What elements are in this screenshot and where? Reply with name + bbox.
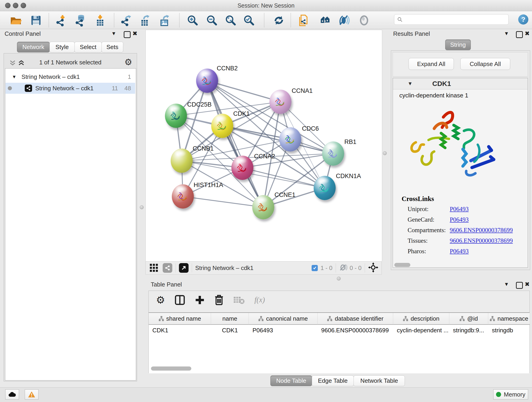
export-network-icon[interactable] [120, 14, 133, 27]
zoom-fit-icon[interactable] [224, 14, 237, 27]
hidden-eye-icon[interactable] [339, 264, 347, 272]
collection-expand-icon[interactable]: ▼ [12, 74, 17, 80]
add-column-icon[interactable] [195, 295, 205, 305]
tab-sets[interactable]: Sets [101, 42, 123, 52]
network-node-CDC25B[interactable] [165, 104, 187, 128]
tab-network[interactable]: Network [17, 42, 50, 52]
table-cell[interactable]: cyclin-dependent ... [393, 325, 449, 335]
selected-checkbox-icon[interactable] [312, 265, 318, 271]
uniprot-link[interactable]: P06493 [450, 206, 469, 213]
column-header-name[interactable]: name [211, 313, 249, 325]
bottom-splitter-handle[interactable] [337, 277, 341, 281]
import-network-file-icon[interactable] [55, 14, 68, 27]
column-header-shared-name[interactable]: shared name [149, 313, 211, 325]
table-panel-float-icon[interactable] [516, 282, 523, 289]
tab-edge-table[interactable]: Edge Table [312, 375, 354, 386]
control-panel-float-icon[interactable] [124, 31, 131, 38]
table-cell[interactable]: P06493 [249, 325, 317, 335]
tab-string[interactable]: String [445, 39, 471, 50]
save-session-icon[interactable] [29, 14, 43, 27]
zoom-out-icon[interactable] [205, 14, 219, 27]
copy-network-icon[interactable] [298, 14, 311, 27]
open-session-icon[interactable] [9, 14, 22, 27]
network-node-CDK1[interactable] [211, 114, 233, 138]
string-style-icon[interactable] [163, 263, 172, 273]
tab-select[interactable]: Select [75, 42, 102, 52]
table-cell[interactable]: CDK1 [211, 325, 249, 335]
memory-button[interactable]: Memory [493, 389, 528, 400]
control-panel-menu-icon[interactable]: ▾ [112, 30, 115, 37]
protein-card-header[interactable]: ▼ CDK1 [393, 78, 528, 89]
warnings-button[interactable] [25, 389, 38, 400]
tissues-link[interactable]: 9606.ENSP00000378699 [450, 237, 513, 244]
column-header-database-identifier[interactable]: database identifier [317, 313, 393, 325]
search-field[interactable] [394, 14, 509, 25]
cloud-status-button[interactable] [5, 389, 19, 400]
selection-indicators: 1 - 0 0 - 0 [312, 262, 381, 274]
zoom-in-icon[interactable] [186, 14, 199, 27]
center-view-icon[interactable] [368, 262, 378, 274]
tab-style[interactable]: Style [50, 42, 75, 52]
table-panel-close-icon[interactable]: ✖ [525, 281, 530, 288]
protein-expand-icon[interactable]: ▼ [408, 81, 413, 87]
network-panel-options-gear-icon[interactable]: ⚙ [124, 57, 132, 67]
table-panel-menu-icon[interactable]: ▾ [505, 281, 508, 288]
network-node-CCNE1[interactable] [252, 195, 274, 219]
refresh-view-icon[interactable] [272, 14, 285, 27]
search-input[interactable] [403, 16, 506, 23]
export-table-icon[interactable] [138, 14, 152, 27]
help-icon[interactable]: ? [518, 14, 528, 25]
birdseye-view-icon[interactable] [149, 263, 158, 273]
import-network-database-icon[interactable] [74, 14, 87, 27]
network-collection-row[interactable]: ▼ String Network – cdk1 1 [6, 71, 135, 82]
network-node-CDC6[interactable] [279, 127, 301, 152]
table-cell[interactable]: stringdb [488, 325, 530, 335]
column-header-description[interactable]: description [393, 313, 449, 325]
column-header-namespace[interactable]: namespace [488, 313, 530, 325]
network-canvas[interactable]: CCNB2CCNA1CDC25BCDK1CDC6RB1CCNB1CCNA2CDK… [146, 30, 382, 262]
results-panel-float-icon[interactable] [516, 31, 523, 38]
right-splitter-handle[interactable] [383, 151, 387, 155]
genecard-link[interactable]: P06493 [450, 216, 469, 223]
control-panel-close-icon[interactable]: ✖ [133, 30, 138, 37]
cytoscape-window: Session: New Session [0, 0, 532, 402]
network-node-RB1[interactable] [322, 141, 344, 166]
table-cell[interactable]: CDK1 [149, 325, 211, 335]
network-row-selected[interactable]: String Network – cdk1 11 48 [6, 83, 135, 94]
table-toolbar: ⚙ f(x) [156, 294, 265, 306]
column-header-canonical-name[interactable]: canonical name [249, 313, 317, 325]
table-options-gear-icon[interactable]: ⚙ [156, 294, 165, 306]
compartments-link[interactable]: 9606.ENSP00000378699 [450, 227, 513, 234]
results-hscrollbar-thumb[interactable] [394, 263, 410, 267]
function-builder-icon[interactable]: f(x) [254, 296, 265, 304]
tab-network-table[interactable]: Network Table [354, 375, 405, 386]
home-panel-icon[interactable] [317, 14, 330, 27]
expand-all-button[interactable]: Expand All [409, 58, 454, 70]
table-hscrollbar-thumb[interactable] [151, 366, 191, 370]
delete-table-icon[interactable] [233, 295, 245, 305]
column-header-label: description [411, 315, 439, 322]
table-cell[interactable]: 9606.ENSP00000378699 [317, 325, 393, 335]
collapse-all-button[interactable]: Collapse All [460, 58, 510, 70]
show-columns-icon[interactable] [175, 294, 185, 306]
export-image-icon[interactable] [158, 14, 171, 27]
table-cell[interactable]: stringdb:9... [449, 325, 488, 335]
show-panels-icon[interactable] [357, 14, 371, 27]
network-node-CCNA1[interactable] [269, 89, 291, 114]
hide-panels-icon[interactable] [337, 14, 351, 27]
import-table-file-icon[interactable] [94, 14, 107, 27]
network-node-CCNB2[interactable] [196, 69, 218, 93]
open-in-browser-icon[interactable] [179, 263, 189, 273]
results-panel-menu-icon[interactable]: ▾ [505, 30, 508, 37]
network-node-CCNA2[interactable] [231, 156, 253, 180]
network-node-HIST1H1A[interactable] [172, 184, 194, 209]
zoom-selected-icon[interactable] [242, 14, 256, 27]
network-node-CCNB1[interactable] [171, 148, 193, 173]
tab-node-table[interactable]: Node Table [270, 375, 312, 386]
pharos-link[interactable]: P06493 [450, 248, 469, 255]
delete-column-icon[interactable] [215, 294, 224, 306]
network-node-CDKN1A[interactable] [314, 176, 336, 200]
column-header--id[interactable]: @id [449, 313, 488, 325]
left-splitter-handle[interactable] [140, 205, 144, 209]
results-panel-close-icon[interactable]: ✖ [525, 30, 530, 37]
